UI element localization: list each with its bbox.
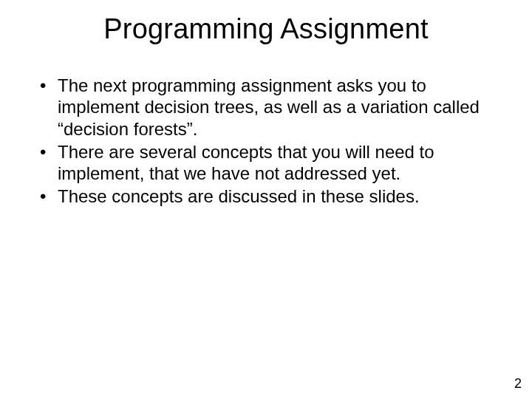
bullet-list: The next programming assignment asks you… [35,75,497,208]
list-item: The next programming assignment asks you… [35,75,497,140]
slide-body: The next programming assignment asks you… [35,75,497,208]
list-item: There are several concepts that you will… [35,141,497,185]
slide-title: Programming Assignment [35,13,497,45]
slide: Programming Assignment The next programm… [0,0,532,399]
page-number: 2 [514,376,522,392]
list-item: These concepts are discussed in these sl… [35,185,497,207]
